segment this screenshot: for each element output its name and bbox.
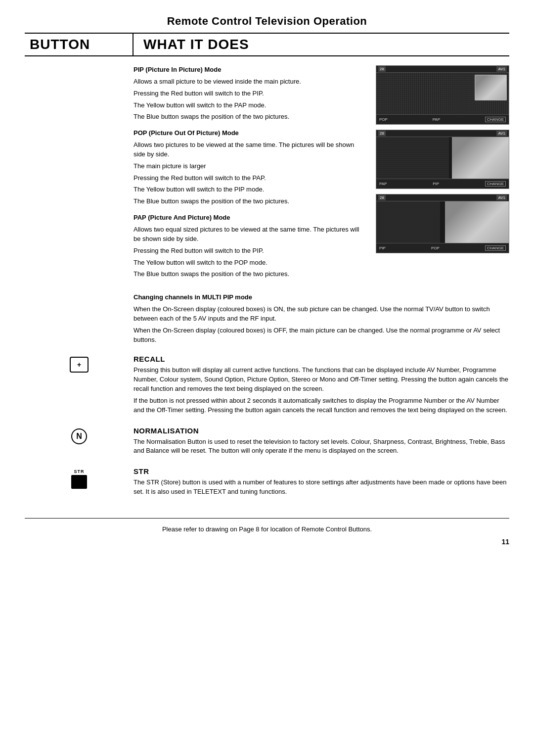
normalisation-content: NORMALISATION The Normalisation Button i…	[134, 426, 509, 459]
pip-av-label: AV1	[496, 66, 507, 72]
pop-av-label: AV1	[496, 131, 507, 136]
str-icon-wrapper: STR	[71, 469, 87, 489]
pap-line-1: Allows two equal sized pictures to be vi…	[134, 225, 366, 244]
what-column-header: WHAT IT DOES	[134, 34, 509, 55]
tv-images-column: 28 AV1 POP PAP CHANGE 28	[376, 65, 509, 286]
normalisation-para1: The Normalisation Button is used to rese…	[134, 437, 509, 456]
page-title: Remote Control Television Operation	[25, 15, 509, 28]
normalisation-icon-symbol: N	[76, 432, 82, 441]
recall-para2: If the button is not pressed within abou…	[134, 396, 509, 415]
pip-pop-pap-text: PIP (Picture In Picture) Mode Allows a s…	[25, 65, 371, 286]
main-content: PIP (Picture In Picture) Mode Allows a s…	[25, 65, 509, 508]
pip-btn2-label: PAP	[433, 117, 440, 122]
pap-description: PAP (Picture And Picture) Mode Allows tw…	[134, 213, 366, 279]
pap-title: PAP (Picture And Picture) Mode	[134, 214, 230, 221]
str-icon-box	[71, 475, 87, 489]
pip-line-2: Pressing the Red button will switch to t…	[134, 89, 366, 98]
pip-btn3-label: CHANGE	[485, 117, 506, 122]
str-section: STR STR The STR (Store) button is used w…	[25, 467, 509, 499]
pap-btn2-label: POP	[431, 246, 440, 250]
recall-content: RECALL Pressing this button will display…	[134, 355, 509, 417]
pop-btn3-label: CHANGE	[485, 181, 506, 187]
str-content: STR The STR (Store) button is used with …	[134, 467, 509, 499]
pip-line-4: The Blue button swaps the position of th…	[134, 112, 366, 122]
pip-line-1: Allows a small picture to be viewed insi…	[134, 77, 366, 87]
normalisation-section: N NORMALISATION The Normalisation Button…	[25, 426, 509, 459]
str-icon-cell: STR	[25, 467, 134, 489]
page-number: 11	[25, 538, 509, 546]
pap-btn1-label: PIP	[379, 246, 386, 250]
tv-screen-pop: 28 AV1 PAP PIP CHANGE	[376, 130, 509, 189]
pop-btn1-label: PAP	[379, 182, 387, 186]
pap-line-3: The Yellow button will switch to the POP…	[134, 258, 366, 268]
pop-line-3: Pressing the Red button will switch to t…	[134, 174, 366, 183]
multi-pip-para2: When the On-Screen display (coloured box…	[134, 326, 509, 345]
pip-title: PIP (Picture In Picture) Mode	[134, 66, 221, 73]
pop-line-5: The Blue button swaps the position of th…	[134, 197, 366, 206]
normalisation-icon: N	[71, 428, 87, 444]
pip-description: PIP (Picture In Picture) Mode Allows a s…	[134, 65, 366, 122]
recall-title: RECALL	[134, 355, 509, 363]
pap-av-label: AV1	[496, 195, 507, 200]
pop-line-4: The Yellow button will switch to the PIP…	[134, 185, 366, 194]
header-row: BUTTON WHAT IT DOES	[25, 33, 509, 56]
pap-line-4: The Blue button swaps the position of th…	[134, 270, 366, 279]
pop-title: POP (Picture Out Of Picture) Mode	[134, 129, 239, 137]
recall-para1: Pressing this button will display all cu…	[134, 366, 509, 394]
recall-icon-cell: +	[25, 355, 134, 373]
recall-icon-symbol: +	[77, 361, 81, 369]
pop-line-1: Allows two pictures to be viewed at the …	[134, 141, 366, 159]
pip-btn1-label: POP	[379, 117, 388, 122]
multi-pip-title: Changing channels in MULTI PIP mode	[134, 293, 252, 301]
multi-pip-para1: When the On-Screen display (coloured box…	[134, 305, 509, 324]
str-icon-label: STR	[74, 469, 85, 474]
str-para1: The STR (Store) button is used with a nu…	[134, 478, 509, 497]
pop-btn2-label: PIP	[433, 182, 439, 186]
tv-screen-pap: 28 AV1 PIP POP CHANGE	[376, 194, 509, 253]
normalisation-icon-cell: N	[25, 426, 134, 444]
pip-ch-number: 28	[378, 66, 386, 72]
pop-description: POP (Picture Out Of Picture) Mode Allows…	[134, 129, 366, 206]
pip-line-3: The Yellow button will switch to the PAP…	[134, 101, 366, 110]
footer-note: Please refer to drawing on Page 8 for lo…	[25, 518, 509, 533]
tv-screen-pip: 28 AV1 POP PAP CHANGE	[376, 65, 509, 125]
multi-pip-section: Changing channels in MULTI PIP mode When…	[25, 293, 509, 347]
normalisation-title: NORMALISATION	[134, 426, 509, 435]
recall-icon: +	[70, 357, 89, 373]
str-title: STR	[134, 467, 509, 475]
pap-line-2: Pressing the Red button will switch to t…	[134, 246, 366, 256]
pip-pop-pap-section: PIP (Picture In Picture) Mode Allows a s…	[25, 65, 509, 286]
recall-section: + RECALL Pressing this button will displ…	[25, 355, 509, 417]
pap-btn3-label: CHANGE	[485, 245, 506, 251]
button-column-header: BUTTON	[25, 34, 134, 55]
pop-ch-number: 28	[378, 131, 386, 136]
pap-ch-number: 28	[378, 195, 386, 200]
pop-line-2: The main picture is larger	[134, 162, 366, 171]
